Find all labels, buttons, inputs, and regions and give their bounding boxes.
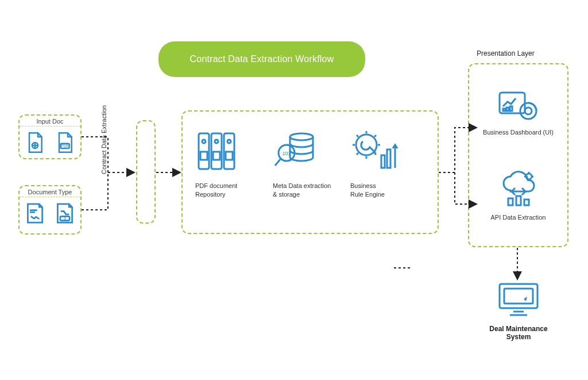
rule-label-1: Business — [350, 182, 376, 189]
dashboard-icon — [497, 117, 539, 125]
search-database-icon: 101 — [273, 125, 319, 177]
rule-label-2: Rule Engine — [350, 191, 385, 198]
monitor-icon — [496, 312, 541, 320]
dashboard-label: Business Dashboard (UI) — [483, 129, 554, 136]
repo-label-1: PDF document — [195, 182, 237, 189]
svg-text:PDF: PDF — [61, 144, 68, 148]
svg-rect-31 — [500, 284, 537, 308]
input-doc-header: Input Doc — [20, 116, 80, 126]
meta-label-1: Meta Data extraction — [273, 182, 331, 189]
cloud-api-icon — [498, 202, 539, 210]
input-doc-box: Input Doc PDF — [18, 114, 82, 159]
svg-rect-11 — [200, 152, 207, 160]
pdf-repository-cell: PDF document Repository — [195, 125, 270, 199]
svg-rect-22 — [503, 109, 505, 111]
metadata-cell: 101 Meta Data extraction & storage — [273, 125, 347, 199]
svg-point-14 — [290, 133, 313, 140]
svg-rect-23 — [506, 108, 509, 111]
svg-rect-20 — [387, 149, 390, 168]
svg-point-26 — [525, 108, 532, 114]
svg-point-9 — [215, 140, 218, 143]
presentation-layer-header: Presentation Layer — [477, 49, 535, 57]
svg-rect-12 — [213, 152, 220, 160]
gear-wrench-chart-icon — [350, 125, 400, 177]
svg-text:$: $ — [64, 216, 66, 220]
svg-rect-13 — [226, 152, 233, 160]
presentation-layer-box: Business Dashboard (UI) API Data Extract… — [468, 63, 568, 247]
svg-line-16 — [275, 159, 281, 166]
handshake-doc-icon — [25, 202, 45, 227]
file-generic-icon — [25, 131, 45, 156]
document-type-box: Document Type $ — [18, 185, 82, 235]
workflow-title: Contract Data Extraction Workflow — [158, 41, 365, 77]
svg-text:101: 101 — [282, 151, 291, 156]
svg-rect-32 — [504, 289, 533, 304]
svg-point-8 — [202, 140, 206, 143]
repo-label-2: Repository — [195, 191, 226, 198]
rule-engine-cell: Business Rule Engine — [350, 125, 425, 199]
meta-label-2: & storage — [273, 191, 300, 198]
document-type-header: Document Type — [20, 186, 80, 197]
pdf-file-icon: PDF — [55, 131, 75, 156]
svg-rect-24 — [510, 106, 512, 111]
svg-rect-29 — [516, 196, 521, 205]
svg-rect-30 — [524, 199, 529, 205]
binders-icon — [195, 125, 242, 177]
deal-maintenance-block: Deal Maintenance System — [481, 281, 556, 341]
contract-data-extraction-label: Contract Data Extraction — [95, 88, 113, 191]
deal-maintenance-label: Deal Maintenance System — [481, 325, 556, 341]
svg-point-10 — [227, 140, 231, 143]
processing-group: PDF document Repository 101 Meta Data ex… — [181, 110, 439, 234]
api-label: API Data Extraction — [491, 214, 546, 221]
money-doc-icon: $ — [55, 202, 75, 227]
contract-data-extraction-box: Contract Data Extraction — [136, 120, 156, 224]
svg-rect-28 — [508, 198, 513, 205]
svg-rect-19 — [381, 155, 385, 168]
svg-point-27 — [526, 174, 532, 179]
